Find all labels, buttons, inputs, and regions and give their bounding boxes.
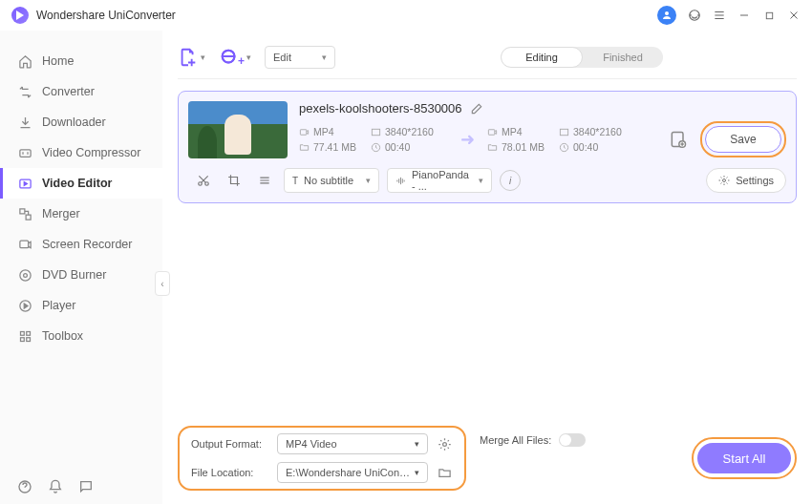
target-meta: MP4 3840*2160 78.01 MB 00:40 [487, 126, 635, 153]
gear-icon [718, 175, 730, 186]
audio-select[interactable]: PianoPanda - ... ▾ [387, 168, 492, 193]
minimize-button[interactable] [737, 9, 751, 22]
svg-rect-5 [19, 208, 24, 213]
svg-point-9 [23, 273, 27, 277]
svg-rect-21 [560, 129, 567, 135]
open-folder-icon[interactable] [436, 464, 453, 481]
add-file-button[interactable]: ▾ [178, 47, 205, 68]
video-icon [487, 127, 498, 137]
tab-finished[interactable]: Finished [583, 47, 663, 68]
sidebar-item-video-editor[interactable]: Video Editor [0, 168, 162, 199]
video-icon [299, 127, 310, 137]
sidebar-item-converter[interactable]: Converter [0, 76, 162, 107]
close-button[interactable] [787, 9, 801, 22]
merge-toggle[interactable] [559, 433, 586, 447]
svg-rect-20 [488, 129, 494, 135]
merge-toggle-group: Merge All Files: [480, 433, 586, 447]
sidebar-item-label: Player [42, 299, 75, 312]
output-format-select[interactable]: MP4 Video ▾ [277, 433, 428, 454]
chevron-down-icon: ▾ [322, 52, 327, 62]
chevron-down-icon: ▾ [479, 176, 483, 185]
sidebar-item-home[interactable]: Home [0, 46, 162, 76]
info-button[interactable]: i [500, 170, 521, 191]
svg-rect-13 [20, 337, 24, 341]
video-thumbnail[interactable] [188, 101, 288, 158]
merge-label: Merge All Files: [480, 434, 551, 446]
svg-point-28 [442, 442, 446, 446]
subtitle-icon: T [292, 176, 298, 186]
start-all-highlight: Start All [692, 437, 797, 479]
arrow-right-icon: ➜ [453, 129, 481, 150]
svg-point-27 [723, 179, 726, 182]
help-icon[interactable] [17, 479, 32, 494]
sidebar-item-label: Converter [42, 85, 95, 98]
save-highlight: Save [700, 121, 786, 158]
sidebar-item-recorder[interactable]: Screen Recorder [0, 229, 162, 260]
recorder-icon [17, 237, 32, 252]
sidebar-collapse-button[interactable]: ‹ [155, 271, 170, 296]
svg-rect-2 [766, 12, 772, 18]
file-location-select[interactable]: E:\Wondershare UniConverter ▾ [277, 462, 428, 483]
sidebar-item-dvd[interactable]: DVD Burner [0, 260, 162, 290]
editor-icon [17, 176, 32, 191]
svg-rect-3 [19, 149, 30, 157]
output-settings-highlight: Output Format: MP4 Video ▾ File Location… [178, 426, 466, 491]
support-icon[interactable] [688, 9, 701, 22]
subtitle-select[interactable]: T No subtitle ▾ [284, 168, 379, 193]
sidebar-item-label: Video Compressor [42, 146, 140, 159]
sidebar-item-toolbox[interactable]: Toolbox [0, 321, 162, 351]
chevron-down-icon: ▾ [415, 439, 419, 449]
player-icon [17, 298, 32, 313]
add-url-button[interactable]: + ▾ [219, 47, 251, 68]
sidebar-item-label: Downloader [42, 116, 106, 129]
rename-icon[interactable] [470, 102, 483, 116]
svg-rect-7 [19, 241, 28, 248]
status-tabs: Editing Finished [501, 47, 663, 68]
bell-icon[interactable] [48, 479, 63, 494]
sidebar-item-downloader[interactable]: Downloader [0, 107, 162, 137]
sidebar-item-merger[interactable]: Merger [0, 199, 162, 229]
sidebar-item-label: Video Editor [42, 177, 112, 190]
tab-editing[interactable]: Editing [501, 47, 583, 68]
sidebar-item-compressor[interactable]: Video Compressor [0, 137, 162, 168]
content-area: ▾ + ▾ Edit ▾ Editing Finished [162, 31, 812, 504]
user-avatar-icon[interactable] [657, 6, 676, 25]
crop-button[interactable] [223, 170, 246, 191]
file-name: pexels-koolshooters-8530006 [299, 101, 462, 116]
output-format-label: Output Format: [191, 438, 269, 450]
chevron-down-icon: ▾ [415, 468, 419, 477]
feedback-icon[interactable] [78, 479, 94, 494]
folder-icon [299, 142, 310, 153]
resolution-icon [371, 127, 381, 137]
card-settings-button[interactable]: Settings [706, 168, 786, 193]
start-all-button[interactable]: Start All [697, 443, 791, 473]
edit-mode-label: Edit [273, 52, 291, 63]
resolution-icon [559, 127, 569, 137]
sidebar-item-label: Merger [42, 207, 80, 220]
hamburger-menu-icon[interactable] [713, 9, 726, 22]
svg-rect-14 [26, 337, 30, 341]
folder-icon [487, 142, 498, 153]
sidebar: Home Converter Downloader Video Compress… [0, 31, 162, 504]
trim-button[interactable] [192, 170, 215, 191]
footer: Output Format: MP4 Video ▾ File Location… [178, 416, 797, 504]
compressor-icon [17, 145, 32, 160]
output-settings-icon[interactable] [666, 127, 691, 152]
sidebar-item-player[interactable]: Player [0, 290, 162, 321]
file-location-label: File Location: [191, 467, 269, 478]
clock-icon [559, 142, 569, 153]
save-button[interactable]: Save [705, 126, 781, 153]
edit-mode-select[interactable]: Edit ▾ [265, 46, 335, 69]
maximize-button[interactable] [762, 9, 776, 22]
titlebar: Wondershare UniConverter [0, 0, 812, 31]
home-icon [17, 53, 32, 69]
converter-icon [17, 84, 32, 99]
svg-point-8 [19, 269, 30, 280]
svg-rect-17 [300, 129, 306, 135]
more-button[interactable] [253, 170, 276, 191]
app-logo-icon [11, 7, 29, 24]
app-title: Wondershare UniConverter [36, 9, 176, 22]
audio-icon [395, 176, 406, 186]
format-settings-icon[interactable] [436, 435, 453, 452]
chevron-down-icon: ▾ [366, 176, 371, 185]
